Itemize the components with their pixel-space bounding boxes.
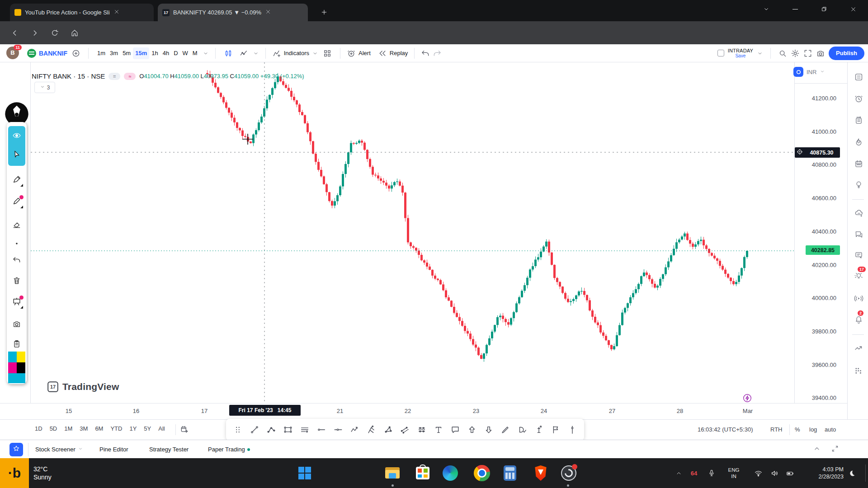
fullscreen-icon[interactable]: [803, 47, 812, 60]
timeframe-M[interactable]: M: [190, 47, 200, 59]
float-drag-handle[interactable]: [231, 422, 245, 437]
legend-symbol[interactable]: NIFTY BANK · 15 · NSE: [32, 72, 105, 80]
tab-paper-trading[interactable]: Paper Trading: [208, 446, 250, 453]
float-text-tool-icon[interactable]: [431, 422, 446, 437]
sidebar-chat-icon[interactable]: [854, 229, 863, 239]
float-comment-icon[interactable]: [448, 422, 462, 437]
indicators-button[interactable]: Indicators: [284, 50, 309, 56]
currency-chevron-icon[interactable]: [820, 68, 825, 76]
snapshot-camera-icon[interactable]: [816, 47, 825, 60]
chrome-icon[interactable]: [473, 464, 491, 482]
replay-icon[interactable]: [378, 47, 387, 60]
sidebar-public-chat-icon[interactable]: [854, 250, 863, 260]
tab-tradingview[interactable]: 17 BANKNIFTY 40269.05 ▼ −0.09%: [158, 4, 308, 21]
battery-icon[interactable]: [783, 458, 797, 488]
calculator-icon[interactable]: [501, 464, 519, 482]
screener-star-icon[interactable]: [9, 443, 23, 456]
range-5d[interactable]: 5D: [47, 423, 61, 434]
float-channel-icon[interactable]: [398, 422, 413, 437]
sidebar-watchlist-icon[interactable]: [854, 72, 863, 82]
speaker-icon[interactable]: [768, 458, 781, 488]
indicators-chevron-icon[interactable]: [312, 47, 318, 60]
ms-store-icon[interactable]: [414, 464, 432, 482]
tray-overflow-chevron[interactable]: [673, 458, 684, 488]
float-triangle-pattern-icon[interactable]: [381, 422, 396, 437]
timeframe-W[interactable]: W: [180, 47, 190, 59]
timeframe-5m[interactable]: 5m: [120, 47, 133, 59]
auto-scale-button[interactable]: auto: [825, 426, 836, 433]
tab-stock-screener[interactable]: Stock Screener: [35, 446, 83, 453]
range-5y[interactable]: 5Y: [141, 423, 154, 434]
swatch-black[interactable]: [17, 362, 25, 373]
restore-button[interactable]: [814, 0, 835, 18]
compare-add-icon[interactable]: [70, 47, 82, 60]
whiteboard-icon[interactable]: [9, 295, 24, 310]
clear-trash-icon[interactable]: [9, 273, 24, 288]
marker-tool-icon[interactable]: [9, 173, 24, 188]
float-rectangle-icon[interactable]: [281, 422, 296, 437]
show-desktop-divider[interactable]: [865, 465, 866, 482]
layout-save[interactable]: INTRADAY Save: [728, 48, 753, 59]
panel-expand-icon[interactable]: [831, 445, 839, 455]
float-forecast-icon[interactable]: [514, 422, 529, 437]
range-all[interactable]: All: [155, 423, 168, 434]
home-icon[interactable]: [68, 26, 81, 40]
sidebar-notes-icon[interactable]: [854, 115, 863, 125]
currency-label[interactable]: INR: [807, 69, 816, 75]
layout-chevron-icon[interactable]: [757, 47, 763, 60]
wifi-icon[interactable]: [751, 458, 765, 488]
weather-widget[interactable]: ·b 32°CSunny: [0, 458, 52, 488]
timeframe-1h[interactable]: 1h: [149, 47, 160, 59]
clipboard-icon[interactable]: [9, 336, 24, 352]
percent-scale-button[interactable]: %: [795, 426, 800, 433]
range-ytd[interactable]: YTD: [107, 423, 125, 434]
start-button[interactable]: [296, 464, 314, 482]
sidebar-minds-cloud-icon[interactable]: [854, 208, 863, 218]
symbol-button[interactable]: BANKNIF: [39, 50, 67, 57]
chart-legend[interactable]: NIFTY BANK · 15 · NSE = ≈ O41004.70 H410…: [32, 72, 304, 80]
swatch-cyan[interactable]: [8, 352, 17, 362]
range-6m[interactable]: 6M: [92, 423, 106, 434]
float-arrow-up-icon[interactable]: [464, 422, 479, 437]
chart-style-chevron-icon[interactable]: [253, 47, 259, 60]
tab-google-slides[interactable]: YouTub Price Action - Google Sli: [10, 4, 154, 21]
float-vertical-line-icon[interactable]: [565, 422, 580, 437]
log-scale-button[interactable]: log: [809, 426, 817, 433]
sidebar-scripts-icon[interactable]: [854, 343, 863, 353]
indicator-templates-icon[interactable]: [321, 47, 334, 60]
bar-replay-lightning-icon[interactable]: [742, 393, 752, 405]
indicators-icon[interactable]: [272, 47, 281, 60]
sidebar-calendar-icon[interactable]: [854, 159, 863, 169]
timeframe-4h[interactable]: 4h: [160, 47, 171, 59]
sidebar-hotlists-flame-icon[interactable]: [854, 137, 863, 147]
brave-icon[interactable]: [532, 464, 550, 482]
timeframe-15m[interactable]: 15m: [133, 47, 149, 59]
settings-gear-icon[interactable]: [791, 47, 800, 60]
close-button[interactable]: [843, 0, 863, 18]
sidebar-widgets-grid-icon[interactable]: [854, 366, 863, 375]
float-elliott-wave-icon[interactable]: [348, 422, 363, 437]
cursor-tool-icon[interactable]: [9, 146, 24, 162]
sidebar-alerts-clock-icon[interactable]: [854, 94, 863, 103]
float-parallel-lines-icon[interactable]: [297, 422, 312, 437]
float-trendline-icon[interactable]: [247, 422, 262, 437]
clock-date[interactable]: 4:03 PM2/28/2023: [802, 458, 845, 488]
edge-icon[interactable]: [441, 464, 459, 482]
float-measure-icon[interactable]: [531, 422, 546, 437]
reload-icon[interactable]: [48, 26, 61, 40]
minimize-button[interactable]: [785, 0, 806, 18]
file-explorer-icon[interactable]: [383, 464, 401, 482]
timeframe-D[interactable]: D: [171, 47, 180, 59]
range-3m[interactable]: 3M: [76, 423, 91, 434]
float-pitchfork-icon[interactable]: [364, 422, 379, 437]
language-indicator[interactable]: ENGIN: [724, 458, 743, 488]
legend-pill-equals[interactable]: =: [108, 73, 120, 80]
sidebar-notifications-bell-icon[interactable]: [854, 314, 863, 324]
sidebar-ideas-stream-icon[interactable]: [854, 271, 863, 281]
go-to-date-icon[interactable]: [180, 425, 189, 436]
chart-style-candles-icon[interactable]: [222, 47, 235, 60]
epicpen-screenshot-icon[interactable]: [9, 316, 24, 332]
tab-search-icon[interactable]: [756, 0, 777, 18]
forward-icon[interactable]: [28, 26, 42, 40]
session-label[interactable]: RTH: [770, 426, 782, 433]
